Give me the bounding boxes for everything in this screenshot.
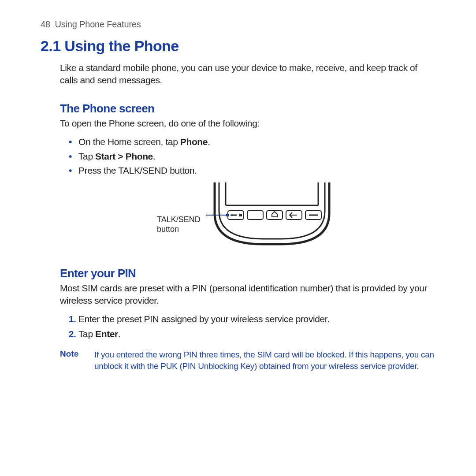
list-item: Press the TALK/SEND button. [78, 164, 435, 178]
list-text: . [153, 151, 155, 161]
section-title: Using the Phone [64, 37, 178, 54]
list-text: Press the TALK/SEND button. [78, 165, 197, 175]
chapter-title: Using Phone Features [55, 19, 141, 29]
section-intro: Like a standard mobile phone, you can us… [60, 62, 435, 86]
phone-illustration [206, 182, 338, 251]
phone-screen-heading: The Phone screen [60, 102, 435, 115]
phone-screen-bullets: On the Home screen, tap Phone. Tap Start… [60, 135, 435, 178]
home-icon [272, 212, 277, 217]
list-text-bold: Enter [95, 329, 118, 339]
list-item: Enter the preset PIN assigned by your wi… [78, 312, 435, 327]
illustration-caption: TALK/SEND button [157, 199, 201, 234]
enter-pin-intro: Most SIM cards are preset with a PIN (pe… [60, 282, 435, 306]
list-text: On the Home screen, tap [78, 137, 180, 147]
running-header: 48 Using Phone Features [41, 19, 435, 30]
enter-pin-steps: Enter the preset PIN assigned by your wi… [60, 312, 435, 341]
section-number: 2.1 [41, 37, 60, 54]
svg-rect-6 [239, 214, 242, 216]
list-text: Tap [78, 329, 95, 339]
note-block: Note If you entered the wrong PIN three … [60, 349, 435, 371]
touch-key-row [228, 211, 321, 219]
note-label: Note [60, 349, 94, 371]
back-arrow-icon [290, 212, 297, 218]
list-item: Tap Enter. [78, 327, 435, 342]
list-item: Tap Start > Phone. [78, 149, 435, 164]
illustration-row: TALK/SEND button [60, 182, 435, 251]
enter-pin-heading: Enter your PIN [60, 267, 435, 280]
list-text-bold: Phone [180, 137, 208, 147]
list-text: Tap [78, 151, 95, 161]
svg-rect-7 [247, 211, 263, 219]
section-heading: 2.1 Using the Phone [41, 37, 435, 55]
list-text: . [208, 137, 210, 147]
page-number: 48 [41, 19, 50, 29]
list-text: . [118, 329, 120, 339]
note-text: If you entered the wrong PIN three times… [94, 349, 435, 371]
svg-rect-12 [226, 214, 229, 216]
list-item: On the Home screen, tap Phone. [78, 135, 435, 149]
phone-screen-intro: To open the Phone screen, do one of the … [60, 117, 435, 130]
list-text: Enter the preset PIN assigned by your wi… [78, 314, 330, 324]
document-page: 48 Using Phone Features 2.1 Using the Ph… [0, 0, 476, 372]
list-text-bold: Start > Phone [95, 151, 153, 161]
